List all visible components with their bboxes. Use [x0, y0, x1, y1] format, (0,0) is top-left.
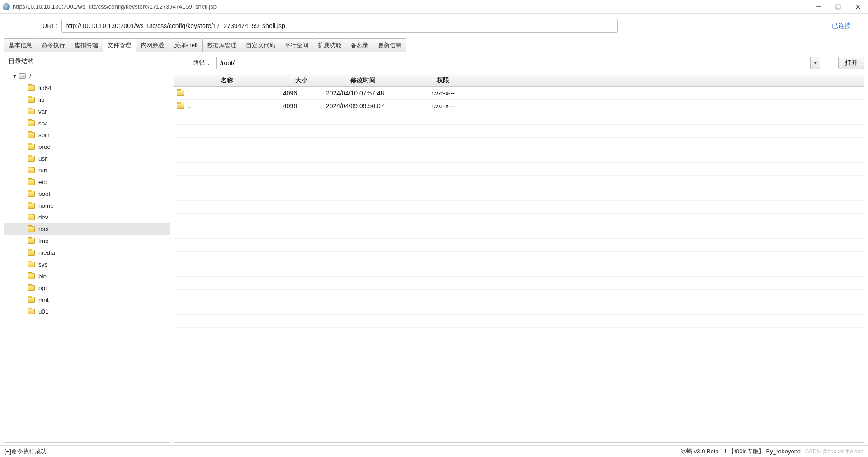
svg-marker-4: [813, 62, 816, 64]
watermark: CSDN @hacker the one: [805, 448, 863, 455]
tree-item-var[interactable]: var: [4, 105, 170, 117]
folder-icon: [28, 191, 35, 197]
tree-item-opt[interactable]: opt: [4, 282, 170, 294]
folder-icon: [28, 203, 35, 209]
url-input[interactable]: [61, 19, 618, 33]
folder-icon: [28, 250, 35, 256]
folder-icon: [28, 167, 35, 173]
table-row-empty: .....: [174, 150, 864, 163]
tab-0[interactable]: 基本信息: [4, 38, 37, 52]
folder-icon: [28, 85, 35, 91]
table-row-empty: .....: [174, 201, 864, 214]
folder-icon: [28, 120, 35, 126]
status-message: [+]命令执行成功。: [5, 447, 52, 456]
header-name[interactable]: 名称: [174, 74, 280, 86]
tree-item-run[interactable]: run: [4, 164, 170, 176]
table-row-empty: .....: [174, 176, 864, 188]
table-body: .40962024/04/10 07:57:48rwxr-x---..40962…: [174, 87, 864, 442]
version-info: 冰蝎 v3.0 Beta 11 【t00ls专版】 By_rebeyond: [680, 447, 801, 456]
table-row-empty: .....: [174, 302, 864, 315]
table-row-empty: .....: [174, 226, 864, 239]
table-row-empty: .....: [174, 264, 864, 277]
table-row-empty: .....: [174, 315, 864, 328]
file-table: 名称 大小 修改时间 权限 .40962024/04/10 07:57:48rw…: [174, 74, 864, 443]
table-row-empty: .....: [174, 125, 864, 138]
drive-icon: [19, 73, 26, 79]
open-button[interactable]: 打开: [838, 57, 864, 69]
tab-7[interactable]: 自定义代码: [241, 38, 280, 52]
sidebar: 目录结构 ▼/lib64libvarsrvsbinprocusrrunetcbo…: [4, 55, 170, 443]
tab-11[interactable]: 更新信息: [373, 38, 406, 52]
app-icon: [3, 3, 10, 10]
tab-2[interactable]: 虚拟终端: [70, 38, 103, 52]
tree-item-sbin[interactable]: sbin: [4, 129, 170, 141]
tree-item-lib64[interactable]: lib64: [4, 82, 170, 94]
folder-icon: [28, 309, 35, 314]
close-button[interactable]: [854, 3, 862, 10]
folder-icon: [28, 297, 35, 303]
path-label: 路径：: [193, 59, 212, 67]
folder-icon: [28, 179, 35, 185]
header-perm[interactable]: 权限: [403, 74, 483, 86]
tree-item-usr[interactable]: usr: [4, 152, 170, 164]
table-row-empty: .....: [174, 188, 864, 201]
folder-icon: [28, 285, 35, 291]
folder-icon: [28, 144, 35, 150]
minimize-button[interactable]: [815, 3, 822, 10]
tree-item-bin[interactable]: bin: [4, 270, 170, 282]
tab-3[interactable]: 文件管理: [103, 38, 136, 52]
folder-icon: [28, 132, 35, 138]
tab-10[interactable]: 备忘录: [346, 38, 373, 52]
path-input[interactable]: [216, 57, 810, 69]
connection-status: 已连接: [832, 22, 860, 30]
table-row-empty: .....: [174, 277, 864, 290]
table-row-empty: .....: [174, 138, 864, 150]
tab-8[interactable]: 平行空间: [280, 38, 313, 52]
url-label: URL:: [41, 22, 57, 29]
maximize-button[interactable]: [835, 3, 842, 10]
tab-1[interactable]: 命令执行: [37, 38, 70, 52]
tree-item-proc[interactable]: proc: [4, 141, 170, 152]
tree-item-root[interactable]: root: [4, 223, 170, 235]
url-row: URL: 已连接: [0, 14, 868, 38]
tree-item-tmp[interactable]: tmp: [4, 235, 170, 247]
header-date[interactable]: 修改时间: [323, 74, 403, 86]
tree-item-boot[interactable]: boot: [4, 188, 170, 200]
tree-item-dev[interactable]: dev: [4, 211, 170, 223]
table-row-empty: .....: [174, 112, 864, 125]
path-dropdown-button[interactable]: [810, 57, 820, 69]
tree-item-srv[interactable]: srv: [4, 117, 170, 129]
tab-4[interactable]: 内网穿透: [136, 38, 169, 52]
folder-icon: [28, 226, 35, 232]
tab-5[interactable]: 反弹shell: [169, 38, 203, 52]
table-row[interactable]: .40962024/04/10 07:57:48rwxr-x---: [174, 87, 864, 100]
folder-icon: [28, 156, 35, 162]
folder-icon: [28, 214, 35, 220]
table-row-empty: .....: [174, 163, 864, 176]
tab-6[interactable]: 数据库管理: [202, 38, 241, 52]
tab-bar: 基本信息命令执行虚拟终端文件管理内网穿透反弹shell数据库管理自定义代码平行空…: [0, 38, 868, 52]
tree-item-lib[interactable]: lib: [4, 94, 170, 105]
tree-item-etc[interactable]: etc: [4, 176, 170, 188]
titlebar: http://10.10.10.130:7001/ws_utc/css/conf…: [0, 0, 868, 14]
header-size[interactable]: 大小: [280, 74, 323, 86]
sidebar-header: 目录结构: [4, 55, 170, 68]
svg-rect-1: [836, 5, 840, 9]
window-title: http://10.10.10.130:7001/ws_utc/css/conf…: [13, 3, 815, 10]
path-row: 路径： 打开: [174, 55, 864, 74]
directory-tree[interactable]: ▼/lib64libvarsrvsbinprocusrrunetcboothom…: [4, 68, 170, 442]
table-row-empty: .....: [174, 214, 864, 226]
tree-item-mnt[interactable]: mnt: [4, 294, 170, 305]
table-row-empty: .....: [174, 290, 864, 302]
table-row[interactable]: ..40962024/04/09 09:56:07rwxr-x---: [174, 100, 864, 112]
statusbar: [+]命令执行成功。 冰蝎 v3.0 Beta 11 【t00ls专版】 By_…: [0, 445, 868, 457]
tree-item-u01[interactable]: u01: [4, 305, 170, 317]
tree-item-sys[interactable]: sys: [4, 258, 170, 270]
folder-icon: [177, 103, 184, 109]
folder-icon: [28, 109, 35, 114]
tree-item-media[interactable]: media: [4, 247, 170, 258]
table-row-empty: .....: [174, 252, 864, 264]
tab-9[interactable]: 扩展功能: [313, 38, 346, 52]
tree-item-home[interactable]: home: [4, 200, 170, 211]
tree-root[interactable]: ▼/: [4, 70, 170, 82]
